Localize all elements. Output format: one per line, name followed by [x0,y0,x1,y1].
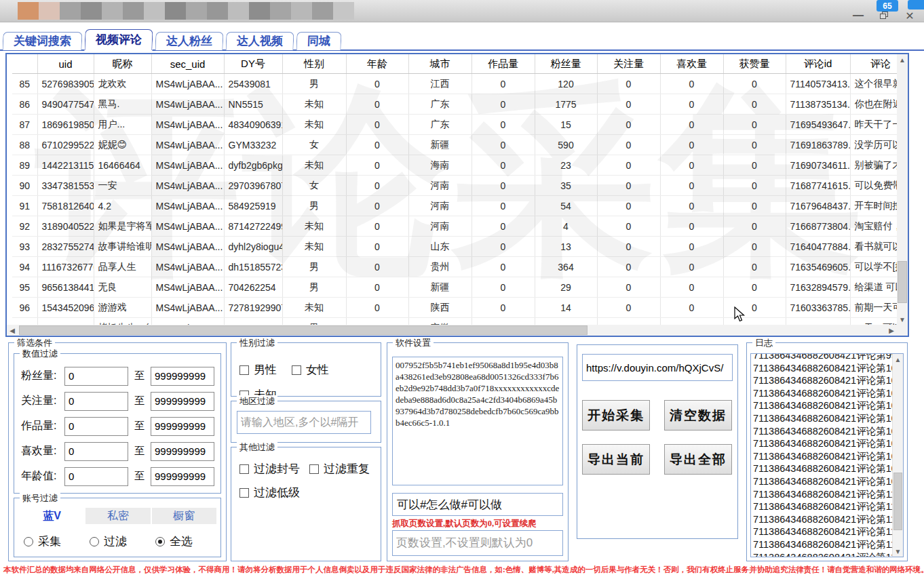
numeric-filter-min-input[interactable] [64,367,128,386]
pages-input[interactable] [392,530,563,556]
start-collect-button[interactable]: 开始采集 [582,400,650,431]
log-scrollbar[interactable]: ▲ ▼ [892,354,903,557]
cell: 女 [282,135,346,155]
checkbox [239,464,249,474]
numeric-filter-max-input[interactable] [151,467,214,486]
gender-check-女性[interactable]: 女性 [292,362,329,378]
horizontal-scroll-thumb[interactable] [19,325,588,335]
table-row[interactable]: 8718696198506...用户...MS4wLjABAA...483409… [12,115,897,135]
table-row[interactable]: 9033473815534...一安MS4wLjABAA...297039678… [12,176,897,196]
table-row[interactable]: 9411167326776...品享人生MS4wLjABAA...dh15185… [12,257,897,277]
cell: 山东 [408,237,471,257]
cell: 0 [723,257,786,277]
column-header[interactable]: 评论id [786,54,850,74]
table-vertical-scrollbar[interactable]: ▲ ▼ [897,54,908,325]
column-header[interactable]: 昵称 [94,54,151,74]
cell: 590 [535,135,597,155]
table-row[interactable]: 9775836746877烤蚝先生、(...MS4wLjABAA...69586… [12,318,897,325]
column-header[interactable]: 年龄 [346,54,408,74]
tab-同城[interactable]: 同城 [296,32,342,50]
column-header[interactable]: DY号 [224,54,282,74]
gender-check-男性[interactable]: 男性 [239,362,277,378]
column-header[interactable]: 喜欢量 [660,54,723,74]
account-tab-橱窗[interactable]: 橱窗 [152,508,216,524]
log-listbox[interactable]: 7113864346882608421评论第99页711386434688260… [750,353,904,557]
checkbox [239,365,249,375]
table-row[interactable]: 8552769839057龙欢欢MS4wLjABAA...25439081男0江… [12,74,897,94]
numeric-filter-max-input[interactable] [151,392,214,411]
tab-关键词搜索[interactable]: 关键词搜索 [3,32,83,50]
table-row[interactable]: 9596561384414无良MS4wLjABAA...704262254男0新… [12,277,897,298]
numeric-filter-min-input[interactable] [64,392,128,411]
table-row[interactable]: 91758181264054.2MS4wLjABAA...584925919男0… [12,196,897,216]
log-scroll-down-icon[interactable]: ▼ [893,546,903,557]
radio-label: 全选 [170,534,193,549]
other-check-过滤重复[interactable]: 过滤重复 [309,461,370,477]
column-header[interactable]: 评论 [850,54,897,74]
column-header[interactable]: 粉丝量 [535,54,597,74]
numeric-filter-min-input[interactable] [64,467,128,486]
cell: 67102995229 [37,135,94,155]
radio-采集[interactable]: 采集 [24,534,61,549]
cell: 0 [723,176,786,196]
column-header[interactable] [12,54,37,74]
other-check-过滤低级[interactable]: 过滤低级 [239,485,300,500]
table-row[interactable]: 9328327552745...故事讲给谁听MS4wLjABAA...dyhl2… [12,237,897,257]
tab-视频评论[interactable]: 视频评论 [84,29,153,50]
vertical-scroll-thumb[interactable] [898,261,907,303]
radio-过滤[interactable]: 过滤 [90,534,127,549]
cell: 28327552745... [37,237,94,257]
table-row[interactable]: 9231890405224...如果是宇将军...MS4wLjABAA...87… [12,216,897,237]
region-filter-legend: 地区过滤 [237,395,277,407]
column-header[interactable]: 关注量 [597,54,660,74]
radio-全选[interactable]: 全选 [155,534,193,549]
tab-达人粉丝[interactable]: 达人粉丝 [155,32,224,50]
export-current-button[interactable]: 导出当前 [582,444,650,475]
numeric-filter-max-input[interactable] [151,442,214,461]
cell: 92 [12,216,37,237]
video-url-input[interactable] [582,354,733,381]
column-header[interactable]: 性别 [282,54,346,74]
numeric-filter-min-input[interactable] [64,417,128,436]
table-horizontal-scrollbar[interactable]: ◀ ▶ [7,325,897,336]
other-check-过滤封号[interactable]: 过滤封号 [239,461,300,477]
scroll-right-icon[interactable]: ▶ [886,325,897,336]
log-scroll-thumb[interactable] [893,473,902,530]
notification-badge[interactable]: 65 [877,0,898,12]
screen-edge-badge[interactable] [908,0,924,9]
cell: 71605647273... [786,318,850,325]
scroll-down-icon[interactable]: ▼ [897,314,908,325]
table-row[interactable]: 8867102995229妮妮😊MS4wLjABAA...GYM33232女0新… [12,135,897,155]
window-titlebar[interactable]: — ✕ [0,0,924,22]
cell: MS4wLjABAA... [151,216,224,237]
scroll-up-icon[interactable]: ▲ [897,54,908,65]
account-tab-蓝V[interactable]: 蓝V [20,508,84,524]
numeric-filter-max-input[interactable] [151,417,214,436]
table-row[interactable]: 8914422131157...16466464MS4wLjABAA...dyf… [12,155,897,176]
grid-viewport[interactable]: uid昵称sec_uidDY号性别年龄城市作品量粉丝量关注量喜欢量获赞量评论id… [7,54,897,325]
cell: 0 [346,298,408,318]
cell: MS4wLjABAA... [151,135,224,155]
log-entry: 7113864346882608421评论第106页 [753,437,903,450]
log-scroll-up-icon[interactable]: ▲ [893,354,903,365]
to-label: 至 [134,445,145,458]
export-all-button[interactable]: 导出全部 [664,444,732,475]
region-filter-input[interactable] [237,411,371,434]
minimize-button[interactable]: — [851,9,866,22]
numeric-filter-min-input[interactable] [64,442,128,461]
license-token-box[interactable]: 007952f5b5b741eb1ef95068a8d1b95e4d03b8a4… [392,357,563,485]
column-header[interactable]: uid [37,54,94,74]
table-row[interactable]: 8694904775470黑马.MS4wLjABAA...NN5515未知0广东… [12,94,897,115]
clear-data-button[interactable]: 清空数据 [664,400,732,431]
tab-达人视频[interactable]: 达人视频 [226,32,294,50]
column-header[interactable]: sec_uid [151,54,224,74]
column-header[interactable]: 获赞量 [723,54,786,74]
numeric-filter-max-input[interactable] [151,367,214,386]
video-title-box[interactable]: 可以#怎么做#可以做 [392,493,563,516]
column-header[interactable]: 作品量 [471,54,535,74]
close-button[interactable]: ✕ [902,9,917,22]
account-tab-私密[interactable]: 私密 [85,508,150,524]
table-row[interactable]: 9615434520960...游游戏MS4wLjABAA...72781929… [12,298,897,318]
column-header[interactable]: 城市 [408,54,471,74]
scroll-left-icon[interactable]: ◀ [7,325,18,336]
